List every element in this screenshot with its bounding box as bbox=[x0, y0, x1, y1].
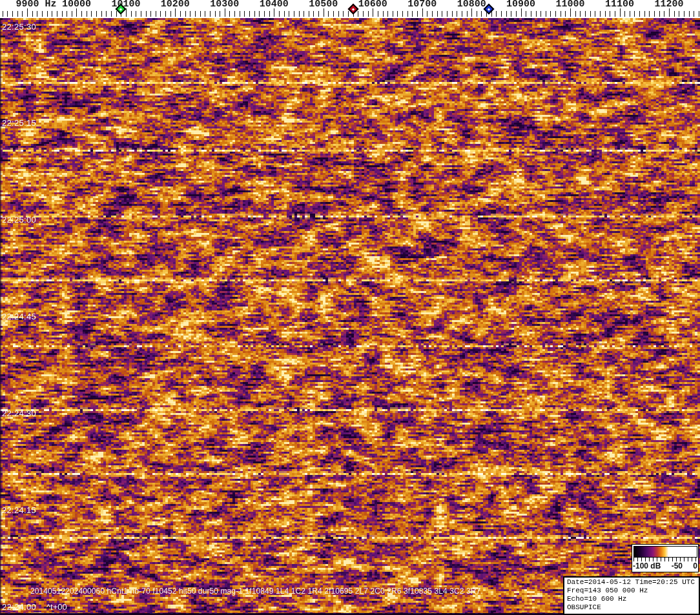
colorbar-label-mid: -50 bbox=[672, 561, 683, 570]
colorbar-labels: -100 dB -50 0 bbox=[633, 561, 697, 570]
marker-center-dot bbox=[119, 8, 122, 10]
colorbar-gradient bbox=[633, 546, 697, 558]
info-rx-frequency: Freq=143 050 000 Hz bbox=[567, 587, 699, 595]
time-label: 22:24:45 bbox=[2, 312, 36, 321]
frequency-ruler[interactable]: 9900 Hz100001010010200103001040010500106… bbox=[0, 0, 700, 18]
freq-label-10900: 10900 bbox=[506, 0, 535, 9]
freq-label-11000: 11000 bbox=[556, 0, 585, 9]
freq-label-10000: 10000 bbox=[62, 0, 91, 9]
spectrogram-waterfall[interactable] bbox=[0, 18, 700, 615]
freq-label-10200: 10200 bbox=[161, 0, 190, 9]
freq-label-9900: 9900 Hz bbox=[15, 0, 56, 9]
info-echo-frequency: Echo=10 600 Hz bbox=[567, 595, 699, 603]
freq-label-10600: 10600 bbox=[358, 0, 387, 9]
freq-label-10700: 10700 bbox=[407, 0, 437, 9]
freq-label-10300: 10300 bbox=[210, 0, 239, 9]
marker-center-dot bbox=[488, 8, 490, 10]
info-box: Date=2014-05-12 Time=20:25 UTC Freq=143 … bbox=[563, 576, 700, 615]
info-station-name: OBSUPICE bbox=[567, 603, 699, 612]
time-label: 22:24:30 bbox=[2, 409, 36, 418]
time-label: 22:24:00 bbox=[2, 603, 36, 612]
freq-label-11200: 11200 bbox=[654, 0, 683, 9]
info-date-time: Date=2014-05-12 Time=20:25 UTC bbox=[567, 578, 699, 587]
freq-label-10800: 10800 bbox=[457, 0, 486, 9]
time-label: 22:24:15 bbox=[2, 506, 36, 515]
freq-label-10400: 10400 bbox=[260, 0, 289, 9]
colorbar: -100 dB -50 0 bbox=[632, 544, 699, 572]
colorbar-label-min: -100 dB bbox=[633, 561, 661, 570]
detection-log-text: 20140512202400060 hCnt1 nb-70 f10452 hit… bbox=[30, 587, 483, 596]
freq-label-10500: 10500 bbox=[309, 0, 338, 9]
time-label: 22:25:30 bbox=[2, 23, 36, 32]
time-label: 22:25:15 bbox=[2, 119, 36, 128]
marker-center-dot bbox=[352, 8, 355, 10]
colorbar-label-max: 0 bbox=[693, 561, 697, 570]
time-label: 22:25:00 bbox=[2, 216, 36, 225]
freq-label-11100: 11100 bbox=[605, 0, 634, 9]
cursor-time-offset: ^t+00 bbox=[46, 603, 67, 612]
spectrogram-app-window: 9900 Hz100001010010200103001040010500106… bbox=[0, 0, 700, 615]
